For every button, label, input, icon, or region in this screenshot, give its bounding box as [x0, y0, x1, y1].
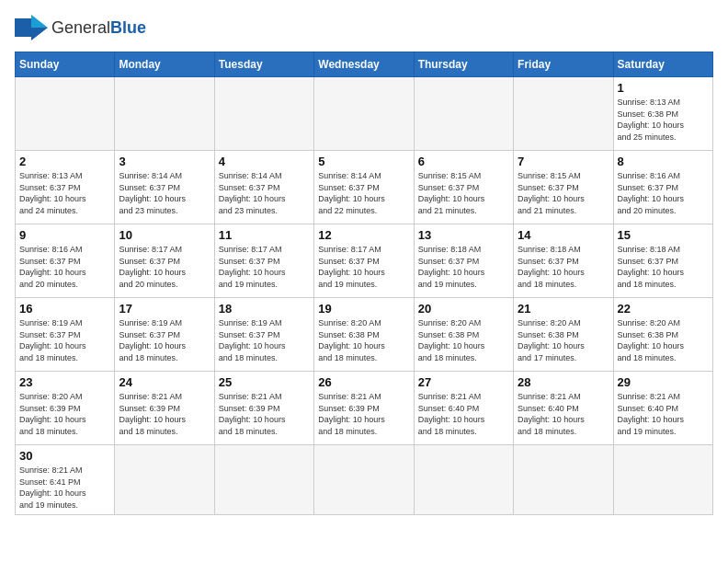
day-info: Sunrise: 8:14 AM Sunset: 6:37 PM Dayligh…: [119, 170, 210, 216]
day-number: 1: [618, 81, 709, 95]
col-friday: Friday: [514, 52, 613, 77]
table-row: 28Sunrise: 8:21 AM Sunset: 6:40 PM Dayli…: [514, 372, 613, 445]
table-row: 29Sunrise: 8:21 AM Sunset: 6:40 PM Dayli…: [613, 372, 712, 445]
day-info: Sunrise: 8:20 AM Sunset: 6:39 PM Dayligh…: [19, 391, 110, 437]
day-info: Sunrise: 8:16 AM Sunset: 6:37 PM Dayligh…: [19, 244, 110, 290]
calendar-table: Sunday Monday Tuesday Wednesday Thursday…: [15, 52, 713, 515]
table-row: 25Sunrise: 8:21 AM Sunset: 6:39 PM Dayli…: [214, 372, 313, 445]
day-info: Sunrise: 8:20 AM Sunset: 6:38 PM Dayligh…: [518, 317, 609, 363]
day-number: 17: [119, 302, 210, 316]
table-row: 14Sunrise: 8:18 AM Sunset: 6:37 PM Dayli…: [514, 224, 613, 298]
table-row: 5Sunrise: 8:14 AM Sunset: 6:37 PM Daylig…: [314, 151, 414, 224]
day-info: Sunrise: 8:14 AM Sunset: 6:37 PM Dayligh…: [219, 170, 310, 216]
day-number: 16: [19, 302, 110, 316]
table-row: 11Sunrise: 8:17 AM Sunset: 6:37 PM Dayli…: [214, 224, 313, 298]
day-number: 7: [518, 155, 609, 168]
table-row: 27Sunrise: 8:21 AM Sunset: 6:40 PM Dayli…: [414, 372, 513, 445]
svg-rect-0: [15, 18, 31, 37]
day-number: 22: [618, 302, 709, 316]
day-number: 9: [19, 228, 110, 242]
day-info: Sunrise: 8:20 AM Sunset: 6:38 PM Dayligh…: [618, 317, 709, 363]
day-info: Sunrise: 8:18 AM Sunset: 6:37 PM Dayligh…: [518, 244, 609, 290]
table-row: 20Sunrise: 8:20 AM Sunset: 6:38 PM Dayli…: [414, 298, 513, 372]
table-row: [314, 77, 414, 151]
day-number: 21: [518, 302, 609, 316]
col-saturday: Saturday: [613, 52, 712, 77]
day-number: 8: [618, 155, 709, 168]
table-row: 13Sunrise: 8:18 AM Sunset: 6:37 PM Dayli…: [414, 224, 513, 298]
day-number: 25: [219, 375, 310, 389]
table-row: 26Sunrise: 8:21 AM Sunset: 6:39 PM Dayli…: [314, 372, 414, 445]
table-row: [115, 77, 214, 151]
table-row: 3Sunrise: 8:14 AM Sunset: 6:37 PM Daylig…: [115, 151, 214, 224]
day-info: Sunrise: 8:15 AM Sunset: 6:37 PM Dayligh…: [418, 170, 509, 216]
table-row: 8Sunrise: 8:16 AM Sunset: 6:37 PM Daylig…: [613, 151, 712, 224]
logo-general: GeneralBlue: [51, 18, 146, 37]
day-info: Sunrise: 8:21 AM Sunset: 6:39 PM Dayligh…: [119, 391, 210, 437]
day-number: 3: [119, 155, 210, 168]
logo-text: GeneralBlue: [51, 18, 146, 38]
weekday-header-row: Sunday Monday Tuesday Wednesday Thursday…: [16, 52, 713, 77]
table-row: [214, 77, 313, 151]
day-info: Sunrise: 8:13 AM Sunset: 6:38 PM Dayligh…: [618, 97, 709, 143]
col-monday: Monday: [115, 52, 214, 77]
day-info: Sunrise: 8:21 AM Sunset: 6:40 PM Dayligh…: [618, 391, 709, 437]
day-number: 12: [318, 228, 409, 242]
calendar-row: 23Sunrise: 8:20 AM Sunset: 6:39 PM Dayli…: [16, 372, 713, 445]
day-number: 2: [19, 155, 110, 168]
svg-marker-1: [31, 15, 48, 28]
calendar-row: 9Sunrise: 8:16 AM Sunset: 6:37 PM Daylig…: [16, 224, 713, 298]
table-row: [414, 77, 513, 151]
table-row: 17Sunrise: 8:19 AM Sunset: 6:37 PM Dayli…: [115, 298, 214, 372]
day-number: 29: [618, 375, 709, 389]
svg-marker-2: [31, 28, 48, 40]
day-info: Sunrise: 8:21 AM Sunset: 6:41 PM Dayligh…: [19, 465, 110, 511]
day-number: 28: [518, 375, 609, 389]
table-row: 19Sunrise: 8:20 AM Sunset: 6:38 PM Dayli…: [314, 298, 414, 372]
table-row: 21Sunrise: 8:20 AM Sunset: 6:38 PM Dayli…: [514, 298, 613, 372]
table-row: 9Sunrise: 8:16 AM Sunset: 6:37 PM Daylig…: [16, 224, 115, 298]
col-sunday: Sunday: [16, 52, 115, 77]
calendar-row: 1Sunrise: 8:13 AM Sunset: 6:38 PM Daylig…: [16, 77, 713, 151]
table-row: [214, 445, 313, 515]
calendar-row: 30Sunrise: 8:21 AM Sunset: 6:41 PM Dayli…: [16, 445, 713, 515]
day-info: Sunrise: 8:16 AM Sunset: 6:37 PM Dayligh…: [618, 170, 709, 216]
table-row: [414, 445, 513, 515]
table-row: [514, 77, 613, 151]
day-info: Sunrise: 8:19 AM Sunset: 6:37 PM Dayligh…: [19, 317, 110, 363]
day-info: Sunrise: 8:21 AM Sunset: 6:40 PM Dayligh…: [518, 391, 609, 437]
col-wednesday: Wednesday: [314, 52, 414, 77]
table-row: [613, 445, 712, 515]
day-number: 15: [618, 228, 709, 242]
day-number: 24: [119, 375, 210, 389]
day-number: 6: [418, 155, 509, 168]
table-row: [16, 77, 115, 151]
col-tuesday: Tuesday: [214, 52, 313, 77]
table-row: 4Sunrise: 8:14 AM Sunset: 6:37 PM Daylig…: [214, 151, 313, 224]
day-number: 11: [219, 228, 310, 242]
day-info: Sunrise: 8:18 AM Sunset: 6:37 PM Dayligh…: [618, 244, 709, 290]
day-number: 5: [318, 155, 409, 168]
day-number: 4: [219, 155, 310, 168]
day-info: Sunrise: 8:21 AM Sunset: 6:40 PM Dayligh…: [418, 391, 509, 437]
table-row: 1Sunrise: 8:13 AM Sunset: 6:38 PM Daylig…: [613, 77, 712, 151]
logo-svg: [15, 15, 48, 40]
day-number: 13: [418, 228, 509, 242]
day-number: 10: [119, 228, 210, 242]
day-number: 23: [19, 375, 110, 389]
table-row: 18Sunrise: 8:19 AM Sunset: 6:37 PM Dayli…: [214, 298, 313, 372]
table-row: 2Sunrise: 8:13 AM Sunset: 6:37 PM Daylig…: [16, 151, 115, 224]
day-info: Sunrise: 8:20 AM Sunset: 6:38 PM Dayligh…: [318, 317, 409, 363]
table-row: [514, 445, 613, 515]
day-number: 14: [518, 228, 609, 242]
table-row: 24Sunrise: 8:21 AM Sunset: 6:39 PM Dayli…: [115, 372, 214, 445]
logo: GeneralBlue: [15, 15, 146, 40]
day-number: 20: [418, 302, 509, 316]
day-info: Sunrise: 8:19 AM Sunset: 6:37 PM Dayligh…: [119, 317, 210, 363]
day-info: Sunrise: 8:14 AM Sunset: 6:37 PM Dayligh…: [318, 170, 409, 216]
day-info: Sunrise: 8:17 AM Sunset: 6:37 PM Dayligh…: [219, 244, 310, 290]
table-row: 15Sunrise: 8:18 AM Sunset: 6:37 PM Dayli…: [613, 224, 712, 298]
table-row: 10Sunrise: 8:17 AM Sunset: 6:37 PM Dayli…: [115, 224, 214, 298]
table-row: 7Sunrise: 8:15 AM Sunset: 6:37 PM Daylig…: [514, 151, 613, 224]
day-info: Sunrise: 8:13 AM Sunset: 6:37 PM Dayligh…: [19, 170, 110, 216]
